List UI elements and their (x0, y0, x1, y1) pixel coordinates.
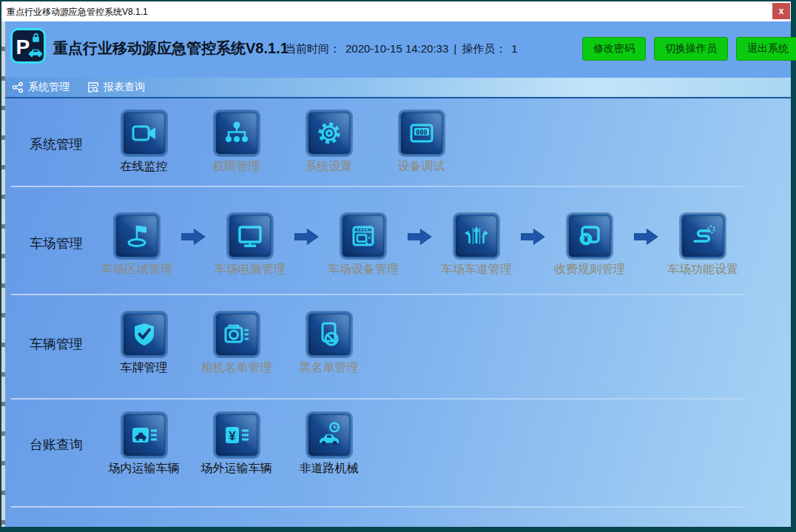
launcher-item-onsite-transport-vehicles[interactable]: 场内运输车辆 (98, 413, 190, 477)
tile-label: 车场电脑管理 (215, 262, 286, 277)
row-divider (11, 294, 746, 295)
tile-label: 设备调试 (398, 159, 445, 175)
tile (228, 214, 272, 258)
launcher-item-parking-area[interactable]: 车场区域管理 (92, 214, 181, 277)
parking-lock-car-icon: P (13, 30, 44, 61)
launcher-item-parking-functions[interactable]: 车场功能设置 (658, 214, 747, 277)
launcher-item-device-debug[interactable]: 000 设备调试 (375, 111, 468, 175)
tile-label: 在线监控 (121, 159, 168, 175)
blacklist-icon (314, 320, 344, 349)
app-logo: P (10, 28, 46, 64)
lanes-icon (462, 221, 491, 251)
route-gear-icon (688, 221, 718, 251)
counter-icon: 000 (407, 118, 436, 148)
tile-label: 车场区域管理 (101, 262, 172, 277)
flow-arrow-icon (181, 226, 206, 247)
section-title: 系统管理 (30, 135, 83, 153)
tile-label: 车场车道管理 (441, 262, 512, 277)
section-title: 车辆管理 (30, 335, 83, 353)
camera-list-icon (222, 320, 252, 349)
share-nodes-icon (12, 81, 24, 93)
launcher-item-nonroad-machinery[interactable]: 非道路机械 (283, 413, 375, 477)
tile (307, 312, 351, 357)
tile-label: 车场设备管理 (328, 262, 399, 277)
menu-item-report-query[interactable]: 报表查询 (87, 81, 145, 94)
tile-label: 相机名单管理 (201, 360, 272, 376)
tile: ¥ (215, 413, 259, 457)
tile (307, 413, 351, 457)
section-items: 车场区域管理 (92, 214, 747, 277)
menubar: 系统管理 报表查询 (5, 78, 791, 98)
launcher-item-parking-lanes[interactable]: 车场车道管理 (432, 214, 521, 277)
section-items: 车牌管理 相机名单管理 (98, 312, 375, 376)
tile (122, 413, 166, 457)
launcher-item-offsite-transport-vehicles[interactable]: ¥ 场外运输车辆 (190, 413, 283, 477)
page-title: 重点行业移动源应急管控系统V8.1.1 (53, 38, 289, 58)
tile-label: 场外运输车辆 (201, 461, 272, 477)
menu-item-label: 系统管理 (28, 81, 70, 94)
section-title: 台账查询 (30, 436, 83, 454)
device-gear-icon (348, 221, 378, 251)
window-titlebar: 重点行业移动源应急管控系统V8.1.1 x (1, 1, 791, 21)
launcher-item-permission-management[interactable]: 权限管理 (190, 111, 283, 175)
app-header: P 重点行业移动源应急管控系统V8.1.1 当前时间： 2020-10-15 1… (5, 21, 791, 78)
tile-label: 权限管理 (213, 159, 260, 175)
tile (122, 312, 166, 357)
launcher-item-online-monitoring[interactable]: 在线监控 (98, 111, 190, 175)
svg-text:000: 000 (416, 129, 427, 136)
tile (122, 111, 166, 155)
main-window: P 重点行业移动源应急管控系统V8.1.1 当前时间： 2020-10-15 1… (5, 21, 791, 527)
time-label: 当前时间： (285, 42, 340, 56)
tile-label: 系统设置 (306, 159, 353, 175)
flow-arrow-icon (294, 226, 319, 247)
section-items: 在线监控 (98, 111, 468, 175)
launcher-item-plate-management[interactable]: 车牌管理 (98, 312, 190, 376)
window-title: 重点行业移动源应急管控系统V8.1.1 (7, 6, 148, 18)
tile-label: 场内运输车辆 (109, 461, 180, 477)
car-clock-icon (314, 420, 344, 450)
car-list-icon (129, 420, 159, 450)
switch-operator-button[interactable]: 切换操作员 (654, 37, 728, 61)
tile (307, 111, 351, 155)
gear-icon (314, 118, 344, 148)
flow-arrow-icon (521, 226, 545, 247)
fee-rules-icon: ¥ (575, 221, 604, 251)
row-divider (11, 506, 746, 508)
close-icon[interactable]: x (772, 3, 790, 19)
menu-item-system-management[interactable]: 系统管理 (12, 81, 70, 94)
section-title: 车场管理 (30, 235, 83, 252)
tile (215, 312, 259, 357)
flag-area-icon (122, 221, 152, 251)
tile-label: 收费规则管理 (554, 262, 625, 277)
tile (454, 214, 499, 258)
tile-label: 黑名单管理 (300, 360, 359, 376)
change-password-button[interactable]: 修改密码 (582, 37, 646, 61)
tile-label: 非道路机械 (300, 461, 359, 477)
operator-label: 操作员： (462, 42, 506, 56)
current-time: 2020-10-15 14:20:33 (345, 42, 448, 56)
monitor-icon (235, 221, 265, 251)
launcher-item-parking-equipment[interactable]: 车场设备管理 (319, 214, 408, 277)
svg-text:¥: ¥ (584, 235, 589, 243)
tile (215, 111, 259, 155)
yen-list-icon: ¥ (222, 420, 252, 450)
svg-text:¥: ¥ (229, 429, 236, 443)
launcher-item-parking-computer[interactable]: 车场电脑管理 (206, 214, 294, 277)
tile (341, 214, 385, 258)
menu-item-label: 报表查询 (104, 81, 145, 94)
separator: | (453, 42, 456, 56)
launcher-item-system-settings[interactable]: 系统设置 (283, 111, 375, 175)
flow-arrow-icon (408, 226, 432, 247)
launcher-item-camera-list[interactable]: 相机名单管理 (190, 312, 283, 376)
app-window: 重点行业移动源应急管控系统V8.1.1 x P (1, 1, 791, 527)
tile: ¥ (567, 214, 612, 258)
video-camera-icon (129, 118, 159, 148)
exit-system-button[interactable]: 退出系统 (736, 37, 796, 61)
launcher-content: 系统管理 在线监控 (5, 98, 791, 527)
app-frame: 重点行业移动源应急管控系统V8.1.1 x P (0, 0, 796, 532)
tile (681, 214, 725, 258)
tile: 000 (399, 111, 444, 155)
launcher-item-fee-rules[interactable]: ¥ 收费规则管理 (545, 214, 634, 277)
launcher-item-blacklist[interactable]: 黑名单管理 (283, 312, 375, 376)
tile-label: 车场功能设置 (667, 262, 738, 277)
